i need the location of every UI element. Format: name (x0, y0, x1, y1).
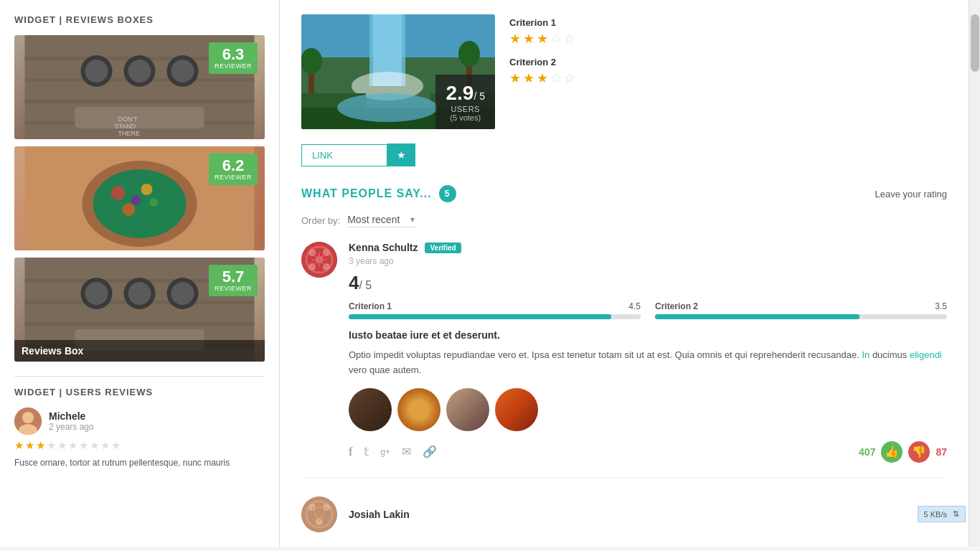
svg-point-22 (123, 203, 136, 216)
star-10: ★ (111, 439, 121, 452)
review-card-3[interactable]: 5.7 REVIEWER Reviews Box (14, 258, 265, 362)
c1-star3: ★ (537, 31, 548, 47)
star-1: ★ (14, 439, 24, 452)
next-reviewer-avatar (301, 496, 337, 532)
leave-rating-link[interactable]: Leave your rating (875, 189, 947, 199)
user-name-time: Michele 2 years ago (49, 410, 94, 432)
widget1-title: WIDGET | REVIEWS BOXES (14, 14, 265, 25)
criteria-section: Criterion 1 ★ ★ ★ ☆ ☆ Criterion 2 ★ ★ ★ … (509, 14, 575, 86)
c2-star4: ☆ (550, 70, 562, 86)
criteria-bars: Criterion 1 4.5 Criterion 2 3.5 (349, 301, 947, 319)
facebook-icon[interactable]: f (349, 446, 352, 458)
criterion-row-1: Criterion 1 ★ ★ ★ ☆ ☆ (509, 17, 575, 47)
svg-point-10 (171, 60, 194, 83)
svg-text:DON'T: DON'T (118, 116, 138, 123)
verified-badge: Verified (425, 242, 461, 253)
criterion1-name: Criterion 1 (509, 17, 575, 28)
email-icon[interactable]: ✉ (402, 445, 411, 458)
svg-point-33 (171, 282, 194, 305)
c2-star3: ★ (537, 70, 548, 86)
vote-count-positive: 407 (859, 446, 875, 458)
user-stars: ★ ★ ★ ★ ★ ★ ★ ★ ★ ★ (14, 439, 265, 452)
link-icon[interactable]: 🔗 (423, 445, 437, 458)
review-thumb-1[interactable] (349, 388, 392, 431)
review-card-2[interactable]: 6.2 REVIEWER (14, 146, 265, 250)
criterion1-bar-name: Criterion 1 (349, 301, 392, 311)
review-body: Kenna Schultz Verified 3 years ago 4/ 5 … (349, 242, 947, 463)
criterion1-bar-header: Criterion 1 4.5 (349, 301, 641, 311)
criterion1-bar-group: Criterion 1 4.5 (349, 301, 641, 319)
section-header: WHAT PEOPLE SAY... 5 Leave your rating (301, 185, 947, 202)
review-score-num: 4 (349, 272, 359, 293)
review-text-link1[interactable]: In (862, 349, 870, 360)
widget2-title: WIDGET | USERS REVIEWS (14, 387, 265, 397)
criterion1-stars: ★ ★ ★ ☆ ☆ (509, 31, 575, 47)
order-select-wrap[interactable]: Most recent Highest rated Lowest rated ▾ (347, 214, 415, 227)
score-badge-2: 6.2 REVIEWER (209, 154, 258, 185)
review-text-link2[interactable]: eligendi (910, 349, 942, 360)
review-text-part2: ducimus (872, 349, 907, 360)
review-card-1[interactable]: DON'T STAND THERE 6.3 REVIEWER (14, 35, 265, 139)
scrollbar-area[interactable] (969, 0, 980, 547)
user-review-text: Fusce ornare, tortor at rutrum pellentes… (14, 456, 265, 469)
svg-point-46 (337, 93, 438, 122)
review-score: 4/ 5 (349, 272, 947, 294)
criterion1-bar-fill (349, 314, 611, 319)
order-row: Order by: Most recent Highest rated Lowe… (301, 214, 947, 227)
c2-star5: ☆ (564, 70, 575, 86)
user-info-row: Michele 2 years ago (14, 408, 265, 435)
scrollbar-thumb[interactable] (971, 14, 979, 72)
reviewer-name: Kenna Schultz (349, 242, 418, 253)
star-6: ★ (68, 439, 77, 452)
hero-image: 2.9/ 5 USERS (5 votes) (301, 14, 495, 129)
criterion2-bar-group: Criterion 2 3.5 (655, 301, 947, 319)
criterion2-stars: ★ ★ ★ ☆ ☆ (509, 70, 575, 86)
reviewer-avatar-svg (301, 242, 337, 278)
speed-indicator: 5 KB/s ⇅ (918, 506, 966, 522)
review-time: 3 years ago (349, 256, 947, 266)
review-images (349, 388, 947, 431)
svg-rect-11 (75, 107, 204, 128)
criterion1-bar-score: 4.5 (628, 301, 641, 311)
order-by-label: Order by: (301, 215, 340, 226)
hero-score-overlay: 2.9/ 5 USERS (5 votes) (435, 75, 495, 129)
svg-text:STAND: STAND (115, 123, 136, 130)
social-row: f 𝕥 g+ ✉ 🔗 407 👍 👎 87 (349, 441, 947, 463)
hero-score-label: USERS (446, 105, 485, 113)
twitter-icon[interactable]: 𝕥 (364, 445, 369, 458)
svg-point-36 (22, 412, 34, 423)
reviewer-avatar (301, 242, 337, 278)
googleplus-icon[interactable]: g+ (380, 447, 390, 457)
star-2: ★ (25, 439, 34, 452)
score-badge-1: 6.3 REVIEWER (209, 42, 258, 74)
main-content: 2.9/ 5 USERS (5 votes) Criterion 1 ★ ★ ★… (280, 0, 969, 547)
reviewer-name-row: Kenna Schultz Verified (349, 242, 947, 253)
section-title-text: WHAT PEOPLE SAY... (301, 187, 432, 200)
review-score-denom: / 5 (359, 279, 372, 291)
svg-text:THERE: THERE (118, 130, 141, 137)
hero-score-votes: (5 votes) (446, 113, 485, 122)
criterion2-name: Criterion 2 (509, 57, 575, 67)
review-thumb-3[interactable] (446, 388, 489, 431)
svg-point-17 (93, 169, 187, 238)
review-text: Optio impedit voluptas repudiandae vero … (349, 348, 947, 378)
chevron-down-icon: ▾ (410, 215, 415, 225)
link-input[interactable] (301, 144, 387, 166)
vote-positive-button[interactable]: 👍 (881, 441, 903, 463)
card3-bottom-label: Reviews Box (14, 340, 265, 362)
vote-negative-button[interactable]: 👎 (908, 441, 930, 463)
review-thumb-2[interactable] (397, 388, 440, 431)
criterion2-bar-score: 3.5 (935, 301, 947, 311)
section-title: WHAT PEOPLE SAY... 5 (301, 185, 456, 202)
review-thumb-4[interactable] (495, 388, 538, 431)
star-3: ★ (36, 439, 45, 452)
star-7: ★ (79, 439, 88, 452)
hero-section: 2.9/ 5 USERS (5 votes) Criterion 1 ★ ★ ★… (301, 14, 947, 129)
link-star-button[interactable]: ★ (387, 143, 415, 166)
order-select[interactable]: Most recent Highest rated Lowest rated (347, 214, 407, 225)
star-8: ★ (90, 439, 99, 452)
star-9: ★ (100, 439, 110, 452)
criterion2-bar-track (655, 314, 947, 319)
user-avatar-small (14, 408, 42, 435)
next-reviewer-row: Josiah Lakin (301, 489, 947, 532)
